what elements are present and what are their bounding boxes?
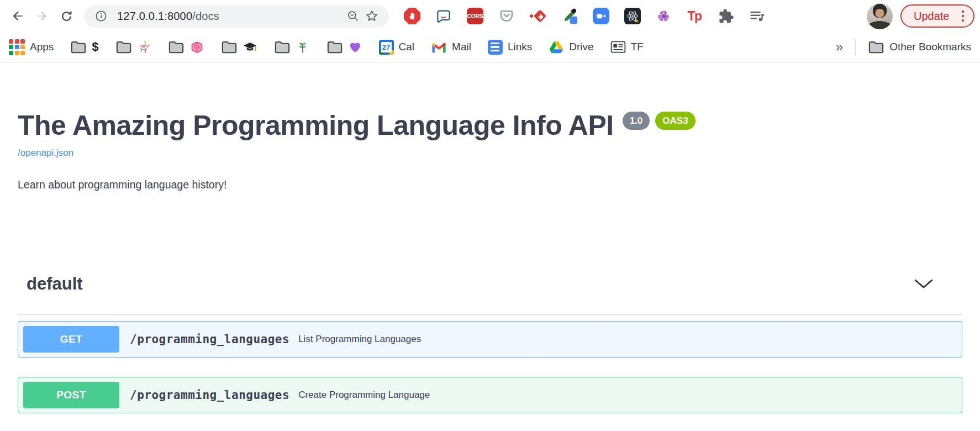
cors-label: CORS (467, 8, 483, 24)
other-bookmarks[interactable]: Other Bookmarks (868, 40, 971, 54)
chat-bubble-icon[interactable] (435, 7, 452, 25)
bookmark-calendar[interactable]: 27 Cal (379, 40, 415, 55)
tf-favicon (610, 40, 626, 54)
bookmark-folder-carousel[interactable] (115, 40, 151, 54)
zoom-meeting-icon[interactable] (592, 7, 610, 25)
bookmark-links[interactable]: Links (488, 40, 532, 55)
bookmarks-bar: Apps $ (0, 32, 980, 62)
browser-toolbar: 127.0.0.1:8000/docs (0, 0, 980, 32)
cube-icon (661, 14, 666, 19)
bookmark-label: Cal (399, 41, 415, 53)
bookmark-label: Apps (30, 41, 54, 53)
calendar-icon: 27 (379, 40, 394, 55)
herb-icon (296, 40, 310, 54)
update-button[interactable]: Update (900, 4, 974, 28)
operation-row-post[interactable]: POST /programming_languages Create Progr… (18, 377, 962, 413)
operation-path: /programming_languages (130, 388, 289, 402)
folder-icon (274, 40, 291, 54)
operation-summary: Create Programming Language (298, 390, 430, 401)
links-doc-icon (488, 40, 503, 55)
purple-heart-icon (348, 40, 362, 54)
bookmark-label: Mail (452, 41, 471, 53)
address-bar[interactable]: 127.0.0.1:8000/docs (84, 5, 389, 28)
tag-name: default (27, 274, 83, 294)
profile-avatar[interactable] (867, 3, 893, 29)
brain-icon (189, 40, 204, 55)
swagger-page: The Amazing Programming Language Info AP… (0, 111, 980, 413)
extensions-row: CORS (403, 7, 766, 25)
apps-grid-icon (9, 39, 25, 55)
folder-icon (868, 40, 884, 54)
video-camera-icon (593, 8, 609, 24)
chevron-down-icon[interactable] (914, 278, 934, 290)
api-description: Learn about programming language history… (18, 178, 962, 191)
calendar-day: 27 (381, 42, 392, 52)
url-path: /docs (192, 10, 219, 22)
back-arrow-icon (10, 9, 25, 23)
folder-icon (168, 40, 185, 54)
get-method-badge: GET (23, 326, 119, 353)
tp-extension-icon[interactable]: Tp (686, 7, 703, 25)
bookmark-label: Other Bookmarks (889, 41, 971, 53)
tag-section-header[interactable]: default (18, 274, 962, 314)
puzzle-extensions-icon[interactable] (717, 7, 735, 25)
bookmark-label: TF (631, 41, 644, 53)
reload-icon (60, 9, 73, 23)
forward-button[interactable] (30, 4, 54, 28)
bookmark-tf[interactable]: TF (610, 40, 644, 54)
site-info-icon[interactable] (92, 7, 110, 25)
adblock-icon[interactable] (403, 7, 421, 25)
bookmark-label: Links (508, 41, 532, 53)
gmail-icon (431, 41, 447, 54)
page-title: The Amazing Programming Language Info AP… (18, 111, 614, 140)
folder-icon (221, 40, 238, 54)
bookmark-folder-graduation[interactable] (221, 40, 257, 55)
media-playlist-icon[interactable] (749, 7, 766, 25)
bookmark-gmail[interactable]: Mail (431, 41, 471, 54)
bookmark-folder-heart[interactable] (326, 40, 362, 54)
react-devtools-icon[interactable] (624, 7, 641, 25)
tp-label: Tp (687, 9, 701, 24)
bookmarks-overflow-chevron[interactable]: » (836, 40, 843, 54)
update-label: Update (914, 10, 950, 23)
tag-section-default: default GET /programming_languages List … (18, 274, 962, 413)
stop-hand-icon (404, 8, 420, 24)
graduation-cap-icon (243, 40, 257, 55)
bookmarks-divider (855, 39, 856, 55)
url-text: 127.0.0.1:8000/docs (117, 10, 344, 23)
color-picker-icon[interactable] (561, 7, 578, 25)
back-button[interactable] (6, 4, 30, 28)
version-badge: 1.0 (623, 112, 650, 130)
recycle-icon[interactable] (655, 8, 672, 24)
reload-button[interactable] (54, 4, 78, 28)
bookmark-drive[interactable]: Drive (549, 40, 593, 54)
bookmark-star-icon[interactable] (362, 7, 381, 25)
menu-kebab-icon[interactable] (961, 8, 966, 24)
redirect-icon[interactable] (529, 7, 547, 25)
bookmark-folder-dollar[interactable]: $ (70, 40, 98, 54)
oas3-badge: OAS3 (655, 112, 695, 130)
folder-icon (115, 40, 132, 54)
operation-path: /programming_languages (130, 333, 289, 346)
forward-arrow-icon (35, 9, 49, 23)
pocket-icon[interactable] (498, 7, 515, 25)
openapi-spec-link[interactable]: /openapi.json (18, 148, 73, 159)
post-method-badge: POST (23, 382, 119, 408)
bookmark-apps[interactable]: Apps (9, 39, 54, 55)
operation-summary: List Programming Languages (298, 334, 421, 345)
url-host: 127.0.0.1:8000 (117, 10, 192, 22)
drive-icon (549, 40, 564, 54)
folder-icon (70, 40, 87, 54)
bookmark-folder-herb[interactable] (274, 40, 310, 54)
carousel-horse-icon (137, 40, 151, 54)
zoom-out-icon[interactable] (344, 7, 362, 25)
bookmark-label: Drive (569, 41, 593, 53)
folder-icon (326, 40, 343, 54)
bookmark-folder-brain[interactable] (168, 40, 204, 55)
operation-row-get[interactable]: GET /programming_languages List Programm… (18, 321, 962, 358)
dollar-label: $ (92, 40, 98, 54)
cors-extension-icon[interactable]: CORS (466, 7, 484, 25)
